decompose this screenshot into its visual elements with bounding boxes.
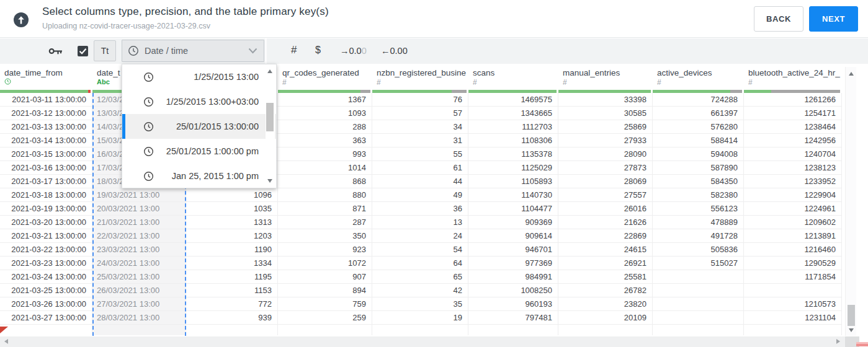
dropdown-scroll-thumb[interactable]: [266, 103, 274, 131]
type-selector-dropdown[interactable]: Date / time: [122, 40, 264, 62]
table-cell: 2021-03-13 13:00:00: [0, 120, 92, 134]
scroll-right-icon[interactable]: [836, 339, 840, 344]
table-cell: 2021-03-20 13:00:00: [0, 216, 92, 229]
table-row: 2021-03-27 13:00:0028/03/2021 13:0093925…: [0, 311, 842, 325]
table-cell: 20/03/2021 13:00: [92, 202, 186, 216]
scroll-up-icon[interactable]: [267, 69, 272, 73]
date-format-option[interactable]: Jan 25, 2015 1:00 pm: [122, 164, 276, 188]
table-cell: 909369: [468, 216, 558, 229]
scroll-down-icon[interactable]: [849, 328, 854, 332]
date-format-option[interactable]: 25/01/2015 1:00:00 pm: [122, 139, 276, 164]
column-checkbox[interactable]: [78, 46, 88, 56]
table-cell: 42: [372, 284, 468, 297]
table-cell: 2021-03-15 13:00:00: [0, 147, 92, 161]
column-header-date_time_from[interactable]: date_time_from: [0, 67, 92, 93]
table-cell: 1093: [278, 107, 372, 120]
table-cell: 556123: [653, 202, 744, 216]
table-cell: 13: [372, 216, 468, 229]
column-header-qr_codes_generated[interactable]: qr_codes_generated#: [278, 67, 372, 93]
decrease-decimals-button[interactable]: →0.00: [340, 46, 367, 56]
table-row: 2021-03-26 13:00:0027/03/2021 13:0077275…: [0, 297, 842, 311]
table-cell: 594008: [653, 147, 744, 161]
table-cell: 24/03/2021 13:00: [92, 257, 186, 270]
number-type-marker: #: [558, 77, 653, 87]
table-cell: 25581: [558, 270, 653, 284]
table-cell: 23820: [558, 297, 653, 311]
table-cell: 588414: [653, 134, 744, 147]
table-cell: 1014: [278, 161, 372, 175]
table-cell: 1233952: [744, 175, 842, 188]
clock-icon: [143, 97, 154, 107]
column-header-nzbn_registered_busine[interactable]: nzbn_registered_busine#: [372, 67, 468, 93]
number-type-button[interactable]: #: [291, 44, 297, 56]
table-cell: 22/03/2021 13:00: [92, 229, 186, 243]
table-cell: 27557: [558, 188, 653, 202]
increase-decimals-button[interactable]: ←0.00: [381, 46, 408, 56]
table-cell: [653, 270, 744, 284]
table-cell: 2021-03-22 13:00:00: [0, 243, 92, 257]
vertical-scrollbar[interactable]: [845, 67, 856, 336]
table-cell: 1213891: [744, 229, 842, 243]
column-header-bluetooth_active_24_hr_[interactable]: bluetooth_active_24_hr_#: [744, 67, 842, 93]
table-cell: 25/03/2021 13:00: [92, 270, 186, 284]
clock-icon: [143, 171, 154, 182]
currency-type-button[interactable]: $: [315, 45, 321, 56]
table-cell: 1229904: [744, 188, 842, 202]
table-cell: 505836: [653, 243, 744, 257]
table-cell: 1367: [278, 93, 372, 107]
table-cell: 2021-03-16 13:00:00: [0, 161, 92, 175]
table-cell: 2021-03-24 13:00:00: [0, 270, 92, 284]
column-header-manual_entries[interactable]: manual_entries#: [558, 67, 653, 93]
column-quality-bar: [278, 90, 370, 93]
next-button[interactable]: NEXT: [809, 6, 858, 32]
column-quality-bar: [744, 90, 840, 93]
date-format-label: 1/25/2015 13:00: [154, 72, 259, 82]
table-cell: 2021-03-14 13:00:00: [0, 134, 92, 147]
table-cell: 1112703: [468, 120, 558, 134]
date-format-option[interactable]: 1/25/2015 13:00: [122, 64, 276, 89]
table-cell: 871: [278, 202, 372, 216]
date-format-label: Jan 25, 2015 1:00 pm: [154, 171, 259, 181]
table-cell: 909614: [468, 229, 558, 243]
table-cell: 993: [278, 147, 372, 161]
table-cell: 350: [278, 229, 372, 243]
number-type-marker: #: [372, 77, 468, 87]
table-cell: 30585: [558, 107, 653, 120]
vertical-scroll-thumb[interactable]: [848, 305, 855, 326]
table-cell: 1231104: [744, 311, 842, 325]
scroll-up-icon[interactable]: [849, 72, 854, 76]
table-cell: 2021-03-26 13:00:00: [0, 297, 92, 311]
column-quality-bar: [0, 90, 91, 93]
chevron-down-icon: [248, 48, 257, 54]
date-format-option[interactable]: 25/01/2015 13:00:00: [122, 114, 276, 139]
table-cell: 26782: [558, 284, 653, 297]
text-type-button[interactable]: Tt: [94, 40, 116, 61]
scroll-left-icon[interactable]: [4, 339, 8, 344]
table-row: 2021-03-18 13:00:0019/03/2021 13:0010968…: [0, 188, 842, 202]
table-cell: 28/03/2021 13:00: [92, 311, 186, 325]
table-cell: 1210573: [744, 297, 842, 311]
table-cell: 868: [278, 175, 372, 188]
table-cell: 36: [372, 202, 468, 216]
scroll-down-icon[interactable]: [267, 179, 272, 183]
table-cell: [653, 297, 744, 311]
table-cell: 76: [372, 93, 468, 107]
primary-key-icon[interactable]: [48, 46, 63, 58]
date-format-option[interactable]: 1/25/2015 13:00+03:00: [122, 89, 276, 114]
table-cell: 31: [372, 134, 468, 147]
dropdown-scrollbar[interactable]: [266, 66, 275, 187]
table-cell: 759: [278, 297, 372, 311]
table-cell: 21/03/2021 13:00: [92, 216, 186, 229]
table-cell: 61: [372, 161, 468, 175]
back-button[interactable]: BACK: [754, 6, 803, 32]
date-format-dropdown: 1/25/2015 13:001/25/2015 13:00+03:0025/0…: [122, 64, 277, 188]
table-cell: 939: [186, 311, 278, 325]
column-header-active_devices[interactable]: active_devices#: [653, 67, 744, 93]
table-cell: 25869: [558, 120, 653, 134]
table-cell: 587890: [653, 161, 744, 175]
table-cell: 880: [278, 188, 372, 202]
column-header-scans[interactable]: scans#: [468, 67, 558, 93]
table-cell: 724288: [653, 93, 744, 107]
horizontal-scrollbar[interactable]: [0, 336, 845, 347]
column-quality-bar: [372, 90, 467, 93]
